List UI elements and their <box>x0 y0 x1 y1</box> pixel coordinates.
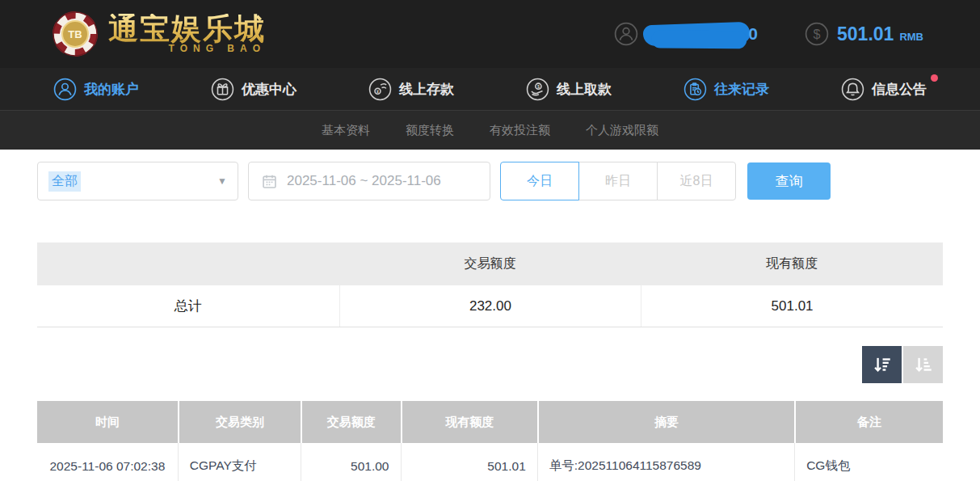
notification-dot <box>931 74 938 82</box>
summary-table: 交易额度 现有额度 总计 232.00 501.01 <box>37 243 943 327</box>
username-redaction-scribble <box>643 22 751 47</box>
subnav-item-basic-info[interactable]: 基本资料 <box>322 123 370 138</box>
nav-item-online-withdrawal[interactable]: $ 线上取款 <box>526 78 612 101</box>
gift-icon <box>211 78 234 101</box>
chip-label: TB <box>68 28 82 40</box>
range-button-last-8-days[interactable]: 近8日 <box>657 162 736 200</box>
header-right: 0 $ 501.01 RMB <box>614 22 923 46</box>
sort-descending-button[interactable] <box>862 346 902 383</box>
user-icon <box>53 78 77 101</box>
balance-currency: RMB <box>899 26 923 43</box>
col-time: 时间 <box>37 401 178 443</box>
records-table: 时间 交易类别 交易额度 现有额度 摘要 备注 2025-11-06 07:02… <box>37 401 943 481</box>
cell-remark: CG钱包 <box>794 443 943 481</box>
nav-item-my-account[interactable]: 我的账户 <box>53 78 139 101</box>
summary-current-amount: 501.01 <box>641 285 943 327</box>
type-select-value: 全部 <box>48 171 81 192</box>
type-select[interactable]: 全部 ▼ <box>37 162 238 200</box>
nav-item-promotions[interactable]: 优惠中心 <box>211 78 297 101</box>
nav-label: 线上存款 <box>399 80 454 99</box>
summary-col-current-amount: 现有额度 <box>641 243 943 285</box>
poker-chip-logo-icon: TB <box>52 11 99 57</box>
sort-descending-icon <box>872 354 893 375</box>
main-content: 全部 ▼ 2025-11-06 ~ 2025-11-06 今日 昨日 近8日 <box>0 162 980 481</box>
nav-item-online-deposit[interactable]: ¥ 线上存款 <box>368 78 454 101</box>
nav-label: 线上取款 <box>557 80 612 99</box>
summary-col-empty <box>37 243 339 285</box>
chevron-down-icon: ▼ <box>217 175 227 187</box>
calendar-icon <box>261 173 278 190</box>
balance-display[interactable]: $ 501.01 RMB <box>805 22 923 46</box>
withdraw-coin-icon: $ <box>526 78 549 101</box>
site-title: 通宝娱乐城 <box>108 14 266 45</box>
username-visible-suffix: 0 <box>748 24 758 44</box>
bell-icon <box>841 78 864 101</box>
username-display[interactable]: 0 <box>614 22 758 46</box>
user-avatar-icon <box>614 22 638 46</box>
nav-item-transaction-records[interactable]: 往来记录 <box>683 78 769 101</box>
nav-item-announcements[interactable]: 信息公告 <box>841 78 927 101</box>
cell-transaction-amount: 501.00 <box>301 443 400 481</box>
deposit-coin-icon: ¥ <box>368 78 392 101</box>
range-button-yesterday[interactable]: 昨日 <box>578 162 658 200</box>
col-transaction-amount: 交易额度 <box>301 401 400 443</box>
summary-table-header: 交易额度 现有额度 <box>37 243 943 285</box>
subnav-item-personal-game-limits[interactable]: 个人游戏限额 <box>586 123 658 138</box>
cell-transaction-type: CGPAY支付 <box>178 443 301 481</box>
sub-nav: 基本资料 额度转换 有效投注额 个人游戏限额 <box>0 111 980 150</box>
nav-label: 往来记录 <box>714 80 769 99</box>
summary-total-label: 总计 <box>37 285 339 327</box>
balance-amount: 501.01 <box>837 23 894 45</box>
sort-controls <box>37 346 943 383</box>
page: TB 通宝娱乐城 TONG BAO 0 $ <box>0 0 980 481</box>
logo-text: 通宝娱乐城 TONG BAO <box>108 14 266 55</box>
svg-text:¥: ¥ <box>376 88 379 93</box>
main-nav: 我的账户 优惠中心 ¥ 线上存款 <box>0 68 980 111</box>
cell-summary: 单号:202511064115876589 <box>537 443 794 481</box>
subnav-item-valid-bets[interactable]: 有效投注额 <box>490 123 550 138</box>
summary-total-row: 总计 232.00 501.01 <box>37 285 943 327</box>
col-transaction-type: 交易类别 <box>178 401 301 443</box>
query-button[interactable]: 查询 <box>747 162 831 200</box>
summary-col-transaction-amount: 交易额度 <box>339 243 641 285</box>
site-logo[interactable]: TB 通宝娱乐城 TONG BAO <box>52 11 266 57</box>
clipboard-clock-icon <box>683 78 707 101</box>
filter-row: 全部 ▼ 2025-11-06 ~ 2025-11-06 今日 昨日 近8日 <box>37 162 943 200</box>
col-remark: 备注 <box>794 401 943 443</box>
cell-current-amount: 501.01 <box>401 443 537 481</box>
site-subtitle: TONG BAO <box>108 43 266 54</box>
summary-transaction-amount: 232.00 <box>339 285 641 327</box>
cell-time: 2025-11-06 07:02:38 <box>37 443 178 481</box>
date-range-input[interactable]: 2025-11-06 ~ 2025-11-06 <box>248 162 490 200</box>
top-header: TB 通宝娱乐城 TONG BAO 0 $ <box>0 0 980 68</box>
nav-label: 优惠中心 <box>242 80 297 99</box>
sort-ascending-icon <box>913 354 934 375</box>
col-current-amount: 现有额度 <box>401 401 537 443</box>
subnav-item-credit-transfer[interactable]: 额度转换 <box>406 123 454 138</box>
nav-label: 我的账户 <box>84 80 139 99</box>
range-button-today[interactable]: 今日 <box>500 162 579 200</box>
svg-text:$: $ <box>537 83 540 88</box>
table-row: 2025-11-06 07:02:38 CGPAY支付 501.00 501.0… <box>37 443 943 481</box>
nav-label: 信息公告 <box>872 80 927 99</box>
dollar-coin-icon: $ <box>805 22 829 46</box>
records-table-header: 时间 交易类别 交易额度 现有额度 摘要 备注 <box>37 401 943 443</box>
date-range-value: 2025-11-06 ~ 2025-11-06 <box>287 173 441 189</box>
sort-ascending-button[interactable] <box>903 346 943 383</box>
svg-text:$: $ <box>814 27 821 41</box>
col-summary: 摘要 <box>537 401 794 443</box>
quick-range-group: 今日 昨日 近8日 <box>500 162 736 200</box>
